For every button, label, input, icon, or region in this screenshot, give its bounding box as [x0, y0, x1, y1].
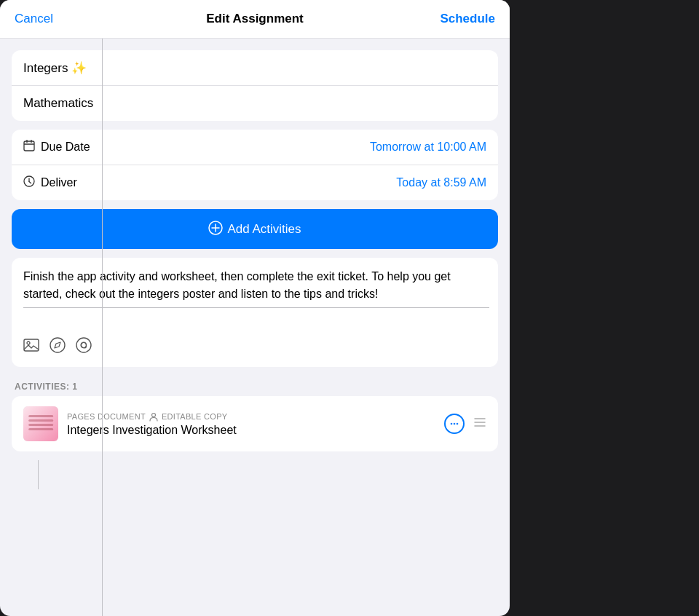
activity-actions — [444, 414, 486, 434]
svg-point-13 — [76, 338, 91, 352]
activity-thumbnail — [23, 406, 58, 441]
bottom-decoration-line — [38, 460, 39, 489]
bottom-area — [12, 460, 498, 489]
notes-section[interactable]: Finish the app activity and worksheet, t… — [12, 258, 498, 367]
deliver-row[interactable]: Deliver Today at 8:59 AM — [12, 165, 498, 200]
thumbnail-line-2 — [28, 419, 53, 422]
svg-point-11 — [27, 341, 30, 344]
thumbnail-line-1 — [28, 415, 53, 417]
assignment-title-input[interactable] — [12, 50, 498, 86]
thumbnail-line-3 — [28, 424, 53, 426]
add-activities-label: Add Activities — [227, 222, 301, 237]
activity-drag-handle[interactable] — [473, 417, 486, 430]
assignment-subject-input[interactable] — [12, 86, 498, 121]
svg-rect-10 — [24, 339, 39, 351]
svg-point-18 — [457, 423, 459, 425]
title-section — [12, 50, 498, 121]
at-circle-icon[interactable] — [76, 337, 92, 357]
svg-point-15 — [151, 413, 155, 416]
activity-item: PAGES DOCUMENT EDITABLE COPY Integers In… — [12, 396, 498, 451]
modal-content: Due Date Tomorrow at 10:00 AM Deliver To — [0, 39, 510, 616]
svg-point-17 — [454, 423, 456, 425]
activity-info: PAGES DOCUMENT EDITABLE COPY Integers In… — [67, 411, 435, 437]
due-date-row[interactable]: Due Date Tomorrow at 10:00 AM — [12, 130, 498, 165]
modal-title: Edit Assignment — [206, 12, 304, 26]
svg-rect-0 — [24, 141, 34, 151]
deliver-text: Deliver — [41, 176, 77, 189]
svg-point-16 — [451, 423, 453, 425]
cancel-button[interactable]: Cancel — [15, 12, 53, 26]
activities-section: ACTIVITIES: 1 PAGES DOCUMENT — [12, 376, 498, 451]
modal-header: Cancel Edit Assignment Schedule — [0, 0, 510, 39]
thumbnail-lines — [28, 415, 53, 433]
svg-line-6 — [29, 182, 31, 183]
schedule-button[interactable]: Schedule — [440, 12, 495, 26]
activity-type: PAGES DOCUMENT EDITABLE COPY — [67, 411, 435, 422]
calendar-icon — [23, 140, 35, 154]
deliver-value[interactable]: Today at 8:59 AM — [396, 176, 486, 189]
due-date-value[interactable]: Tomorrow at 10:00 AM — [370, 141, 486, 154]
add-activities-button[interactable]: Add Activities — [12, 209, 498, 249]
deliver-label: Deliver — [23, 175, 77, 190]
activity-type-suffix: EDITABLE COPY — [162, 412, 228, 421]
add-activities-plus-icon — [208, 221, 223, 237]
activities-count-label: ACTIVITIES: 1 — [12, 376, 498, 396]
thumbnail-line-4 — [28, 428, 53, 430]
notes-text: Finish the app activity and worksheet, t… — [23, 268, 486, 303]
activity-type-text: PAGES DOCUMENT — [67, 412, 146, 421]
clock-icon — [23, 175, 35, 190]
notes-toolbar — [23, 337, 486, 357]
svg-point-12 — [50, 338, 65, 352]
notes-underline — [23, 307, 489, 308]
activity-menu-button[interactable] — [444, 414, 465, 434]
activity-name: Integers Investigation Worksheet — [67, 424, 435, 437]
pencil-circle-icon[interactable] — [50, 337, 66, 357]
edit-assignment-modal: Cancel Edit Assignment Schedule — [0, 0, 510, 616]
thumbnail-image — [23, 406, 58, 441]
due-date-text: Due Date — [41, 141, 90, 154]
image-icon[interactable] — [23, 337, 39, 357]
due-date-label: Due Date — [23, 140, 90, 154]
person-icon — [149, 411, 159, 422]
dates-section: Due Date Tomorrow at 10:00 AM Deliver To — [12, 130, 498, 200]
